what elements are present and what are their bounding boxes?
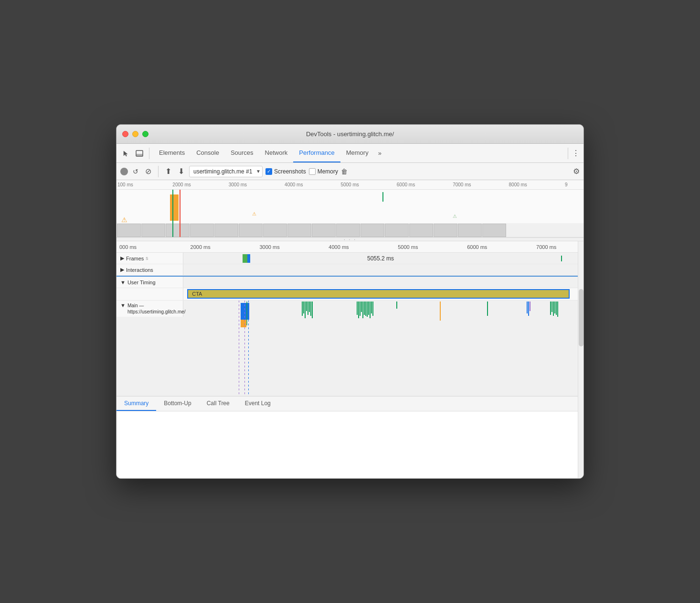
screenshot-thumb	[458, 224, 482, 237]
m-tm-2000: 2000 ms	[191, 244, 211, 250]
tm-6000: 6000 ms	[397, 182, 415, 187]
tab-memory[interactable]: Memory	[340, 144, 374, 162]
warning-icon2: ⚠	[252, 211, 256, 216]
cta-bar[interactable]: CTA	[187, 289, 570, 299]
tm-8000: 8000 ms	[509, 182, 527, 187]
scrollbar-thumb[interactable]	[579, 289, 583, 346]
delete-icon[interactable]: 🗑	[341, 168, 348, 175]
screenshot-thumb	[263, 224, 287, 237]
tab-call-tree[interactable]: Call Tree	[199, 397, 237, 411]
separator	[149, 148, 149, 159]
user-timing-content	[183, 277, 578, 288]
screenshot-thumb	[239, 224, 263, 237]
interactions-row: ▶ Interactions	[117, 264, 578, 276]
frames-center-text: 5055.2 ms	[367, 255, 394, 262]
frames-content: 5055.2 ms	[183, 253, 578, 264]
more-tabs[interactable]: »	[374, 150, 385, 157]
svg-rect-1	[136, 154, 143, 156]
cursor-icon[interactable]	[120, 148, 132, 159]
screenshots-checkbox[interactable]: ✓ Screenshots	[265, 168, 306, 175]
main-green-single	[396, 302, 397, 309]
resize-handle[interactable]: · · ·	[117, 237, 583, 241]
overview-time-ruler: 100 ms 2000 ms 3000 ms 4000 ms 5000 ms 6…	[117, 180, 583, 190]
main-time-ruler: 000 ms 2000 ms 3000 ms 4000 ms 5000 ms 6…	[117, 241, 578, 253]
record-button[interactable]	[120, 168, 128, 175]
screenshot-thumb	[482, 224, 506, 237]
screenshots-label: Screenshots	[274, 168, 306, 175]
user-timing-label[interactable]: ▼ User Timing	[117, 277, 183, 288]
red-timeline-marker	[180, 190, 180, 237]
green-cluster1	[302, 302, 313, 318]
nav-tabs: Elements Console Sources Network Perform…	[153, 144, 564, 162]
flame-chart-area: 000 ms 2000 ms 3000 ms 4000 ms 5000 ms 6…	[117, 241, 578, 478]
main-text: Main — https://usertiming.glitch.me/	[127, 302, 186, 315]
screenshot-thumb	[117, 224, 141, 237]
main-dashed-v1	[239, 301, 239, 396]
cta-row: CTA	[117, 288, 578, 301]
reload-icon[interactable]: ↺	[131, 167, 140, 176]
screenshot-thumb	[214, 224, 238, 237]
screenshot-thumb	[385, 224, 409, 237]
upload-icon[interactable]: ⬆	[163, 166, 173, 177]
settings-icon[interactable]: ⚙	[573, 167, 580, 176]
tab-event-log[interactable]: Event Log	[237, 397, 278, 411]
kebab-menu[interactable]: ⋮	[572, 149, 580, 158]
maximize-button[interactable]	[142, 131, 148, 137]
main-label[interactable]: ▼ Main — https://usertiming.glitch.me/	[117, 301, 183, 317]
main-dashed-v2	[244, 301, 245, 396]
m-tm-7000: 7000 ms	[536, 244, 556, 250]
green-cluster2	[357, 302, 373, 318]
main-green-mid	[487, 302, 488, 316]
nav-toolbar: Elements Console Sources Network Perform…	[117, 144, 583, 163]
tab-summary[interactable]: Summary	[117, 397, 156, 411]
screenshot-thumb	[336, 224, 360, 237]
screenshot-thumb	[434, 224, 457, 237]
tab-network[interactable]: Network	[259, 144, 294, 162]
screenshot-thumb	[141, 224, 165, 237]
profile-select-wrapper: usertiming.glitch.me #1 ▼	[189, 166, 263, 177]
tab-bottom-up[interactable]: Bottom-Up	[156, 397, 199, 411]
download-icon[interactable]: ⬇	[176, 166, 186, 177]
tm-3000: 3000 ms	[229, 182, 247, 187]
tab-console[interactable]: Console	[191, 144, 225, 162]
dock-icon[interactable]	[134, 148, 145, 159]
m-tm-5000: 5000 ms	[398, 244, 418, 250]
sep3	[158, 166, 159, 177]
interactions-text: Interactions	[126, 267, 153, 273]
main-arrow: ▼	[120, 302, 126, 308]
cta-label-spacer	[117, 288, 183, 300]
bottom-tabs: Summary Bottom-Up Call Tree Event Log	[117, 396, 578, 411]
tab-sources[interactable]: Sources	[225, 144, 259, 162]
screenshot-thumb	[409, 224, 433, 237]
m-tm-3000: 3000 ms	[259, 244, 279, 250]
clear-icon[interactable]: ⊘	[143, 166, 153, 177]
main-orange-v	[440, 302, 441, 321]
overview-charts[interactable]: ⚠ ⚠ ⚠	[117, 190, 583, 237]
tab-performance[interactable]: Performance	[293, 144, 340, 162]
cpu-spike	[170, 194, 179, 221]
interactions-label[interactable]: ▶ Interactions	[117, 264, 183, 275]
user-timing-arrow: ▼	[120, 280, 126, 285]
main-green-v1	[246, 302, 247, 325]
perf-toolbar: ↺ ⊘ ⬆ ⬇ usertiming.glitch.me #1 ▼ ✓ Scre…	[117, 163, 583, 180]
screenshot-thumb	[312, 224, 336, 237]
scrollbar[interactable]	[578, 241, 583, 478]
minimize-button[interactable]	[132, 131, 138, 137]
memory-checkbox[interactable]: Memory	[309, 168, 338, 175]
interactions-arrow: ▶	[120, 267, 124, 273]
cta-content: CTA	[183, 288, 578, 300]
close-button[interactable]	[122, 131, 128, 137]
window-title: DevTools - usertiming.glitch.me/	[306, 130, 394, 138]
screenshot-thumb	[190, 224, 214, 237]
screenshot-thumb	[361, 224, 384, 237]
tm-100: 100 ms	[117, 182, 133, 187]
main-content-area	[183, 301, 578, 396]
frames-row: ▶ Frames s 5055.2 ms	[117, 253, 578, 264]
tab-elements[interactable]: Elements	[153, 144, 191, 162]
profile-select[interactable]: usertiming.glitch.me #1	[189, 166, 263, 177]
small-warning: ⚠	[453, 214, 457, 219]
frames-text: Frames	[126, 256, 144, 261]
screenshots-strip	[117, 223, 583, 237]
main-orange-block	[241, 320, 246, 327]
frames-label[interactable]: ▶ Frames s	[117, 253, 183, 264]
